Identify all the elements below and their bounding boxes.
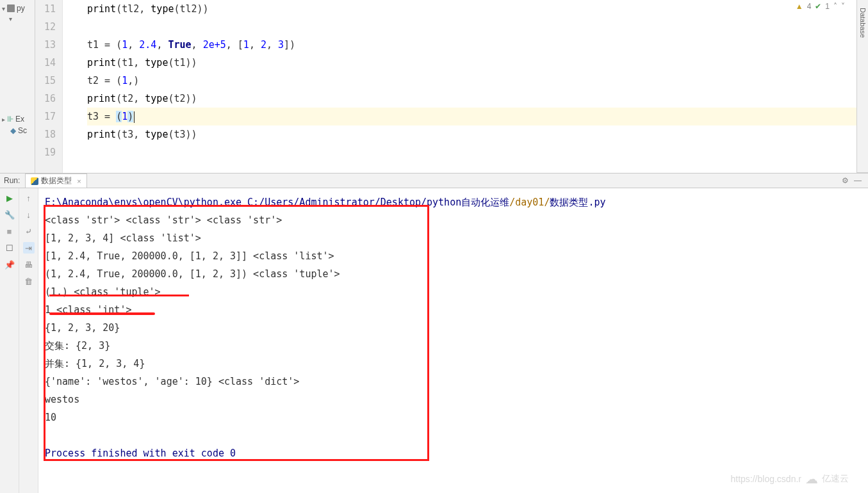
soft-wrap-icon[interactable]: ⤶ xyxy=(23,225,35,237)
trash-icon[interactable]: 🗑 xyxy=(23,275,35,287)
pin-icon[interactable]: 📌 xyxy=(4,259,15,270)
chevron-down-icon: ▾ xyxy=(2,5,5,12)
chevron-down-icon[interactable]: ˅ xyxy=(841,2,845,11)
right-tool-rail[interactable]: Database SciView xyxy=(856,0,868,173)
close-icon[interactable]: × xyxy=(77,177,81,185)
run-tab[interactable]: 数据类型 × xyxy=(25,174,86,188)
stop-button[interactable]: ■ xyxy=(4,225,15,237)
code-body[interactable]: print(tl2, type(tl2))t1 = (1, 2.4, True,… xyxy=(63,0,856,173)
watermark-brand: 亿速云 xyxy=(822,473,849,485)
project-item-label: Sc xyxy=(18,126,27,135)
run-toolbar: ▶ 🔧 ■ ☐ 📌 xyxy=(0,188,19,493)
warning-icon: ▲ xyxy=(796,2,803,11)
minimize-icon[interactable]: — xyxy=(851,176,864,185)
annotation-underline xyxy=(49,295,189,296)
chevron-up-icon[interactable]: ˄ xyxy=(833,2,837,11)
print-icon[interactable]: 🖶 xyxy=(23,259,35,270)
inspection-badges[interactable]: ▲4 ✔1 ˄ ˅ xyxy=(796,2,845,11)
project-item-external[interactable]: ▸ ⊪ Ex xyxy=(0,113,35,125)
up-icon[interactable]: ↑ xyxy=(23,192,35,204)
run-tool-header: Run: 数据类型 × ⚙ — xyxy=(0,173,868,188)
warning-count: 4 xyxy=(807,2,812,11)
run-tab-label: 数据类型 xyxy=(41,175,72,186)
project-item[interactable]: ▾ xyxy=(0,14,35,24)
project-item[interactable]: ▾ py xyxy=(0,3,35,14)
tab-database[interactable]: Database xyxy=(858,4,868,173)
gear-icon[interactable]: ⚙ xyxy=(839,176,851,185)
chevron-right-icon: ▸ xyxy=(2,116,5,123)
library-icon: ⊪ xyxy=(7,115,13,124)
python-icon xyxy=(31,177,38,185)
folder-icon xyxy=(7,4,15,12)
pass-count: 1 xyxy=(825,2,830,11)
scratch-icon: ◆ xyxy=(10,126,16,135)
down-icon[interactable]: ↓ xyxy=(23,209,35,220)
run-label: Run: xyxy=(4,176,20,185)
annotation-underline xyxy=(49,312,155,315)
project-item-label: py xyxy=(17,4,25,13)
check-icon: ✔ xyxy=(815,2,821,11)
layout-icon[interactable]: ☐ xyxy=(4,242,15,254)
chevron-down-icon: ▾ xyxy=(9,15,12,22)
project-item-scratches[interactable]: ◆ Sc xyxy=(0,125,35,136)
run-nav: ↑ ↓ ⤶ ⇥ 🖶 🗑 xyxy=(19,188,38,493)
project-item-label: Ex xyxy=(15,115,24,124)
editor[interactable]: 111213141516171819 print(tl2, type(tl2))… xyxy=(35,0,856,173)
wrench-icon[interactable]: 🔧 xyxy=(4,209,15,220)
scroll-to-end-icon[interactable]: ⇥ xyxy=(23,242,35,254)
line-gutter: 111213141516171819 xyxy=(35,0,63,173)
watermark: https://blog.csdn.r ☁ 亿速云 xyxy=(730,471,849,487)
project-panel[interactable]: ▾ py ▾ ▸ ⊪ Ex ◆ Sc xyxy=(0,0,35,173)
rerun-button[interactable]: ▶ xyxy=(4,192,15,204)
console-output[interactable]: E:\Anaconda\envs\openCV\python.exe C:/Us… xyxy=(38,188,868,493)
cloud-icon: ☁ xyxy=(805,471,818,487)
watermark-blog: https://blog.csdn.r xyxy=(730,474,801,484)
